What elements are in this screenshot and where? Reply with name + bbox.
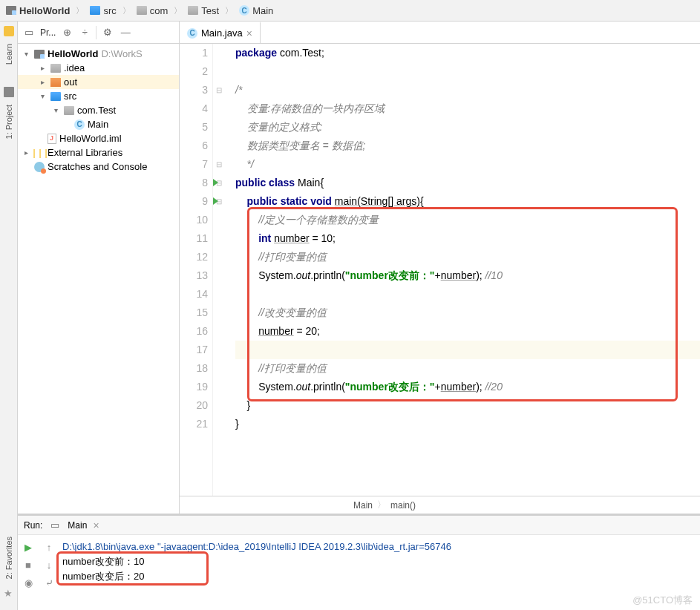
collapse-icon[interactable]: ÷ bbox=[78, 26, 91, 39]
chevron-right-icon: 〉 bbox=[377, 499, 386, 511]
breadcrumb-item-main[interactable]: C Main bbox=[238, 5, 275, 16]
chevron-right-icon[interactable]: ▸ bbox=[37, 78, 48, 86]
tree-item-src[interactable]: ▾ src bbox=[18, 89, 179, 103]
chevron-down-icon[interactable]: ▾ bbox=[37, 92, 48, 100]
tree-path: D:\WorkS bbox=[101, 48, 142, 59]
tree-item-libraries[interactable]: ▸ External Libraries bbox=[18, 145, 179, 160]
hide-icon[interactable]: — bbox=[119, 26, 132, 39]
iml-file-icon bbox=[48, 134, 56, 144]
gear-icon[interactable]: ⚙ bbox=[101, 26, 114, 39]
project-view-icon[interactable]: ▭ bbox=[22, 26, 36, 39]
editor-bc-class[interactable]: Main bbox=[353, 500, 373, 511]
up-icon[interactable]: ↑ bbox=[43, 541, 55, 553]
scratches-icon bbox=[34, 162, 45, 172]
package-icon bbox=[64, 106, 74, 115]
breadcrumb-label: com bbox=[150, 5, 169, 16]
toolbar: ▭ Pr... ⊕ ÷ ⚙ — C Main.java × bbox=[18, 22, 700, 44]
line-gutter[interactable]: 123 456 7 8 9 101112 131415 161718 19202… bbox=[180, 44, 213, 496]
wrap-icon[interactable]: ⤶ bbox=[43, 577, 55, 588]
breadcrumb-label: Main bbox=[252, 5, 273, 16]
project-tool-header: ▭ Pr... ⊕ ÷ ⚙ — bbox=[18, 22, 180, 43]
stop-icon[interactable]: ■ bbox=[22, 559, 34, 571]
project-tab[interactable]: 1: Project bbox=[4, 105, 13, 139]
tree-item-scratches[interactable]: Scratches and Console bbox=[18, 160, 179, 174]
run-gutter-icon[interactable] bbox=[213, 197, 218, 205]
run-config-name[interactable]: Main bbox=[68, 520, 87, 531]
run-panel: Run: ▭ Main × ▶ ■ ◉ ↑ ↓ ⤶ D:\jdk1.8\bin\… bbox=[18, 514, 700, 610]
tree-item-iml[interactable]: HelloWorld.iml bbox=[18, 131, 179, 145]
watermark: @51CTO博客 bbox=[632, 594, 693, 607]
close-icon[interactable]: × bbox=[93, 519, 99, 531]
libraries-icon bbox=[34, 148, 45, 158]
breadcrumb-label: HelloWorld bbox=[19, 5, 70, 16]
code-editor[interactable]: 123 456 7 8 9 101112 131415 161718 19202… bbox=[180, 44, 700, 496]
camera-icon[interactable]: ◉ bbox=[22, 577, 34, 588]
code-area[interactable]: package com.Test; /* 变量:存储数值的一块内存区域 变量的定… bbox=[225, 44, 700, 496]
tree-label: com.Test bbox=[77, 105, 116, 116]
breadcrumb-bar: HelloWorld 〉 src 〉 com 〉 Test 〉 C Main bbox=[0, 0, 700, 22]
close-icon[interactable]: × bbox=[246, 27, 252, 39]
chevron-down-icon[interactable]: ▾ bbox=[50, 106, 61, 114]
chevron-right-icon: 〉 bbox=[76, 5, 84, 16]
breadcrumb-label: Test bbox=[201, 5, 219, 16]
tree-label: out bbox=[64, 76, 77, 88]
tree-item-out[interactable]: ▸ out bbox=[18, 75, 179, 89]
tree-item-package[interactable]: ▾ com.Test bbox=[18, 103, 179, 117]
run-header: Run: ▭ Main × bbox=[18, 516, 700, 535]
tree-root[interactable]: ▾ HelloWorld D:\WorkS bbox=[18, 47, 179, 61]
run-output[interactable]: D:\jdk1.8\bin\java.exe "-javaagent:D:\id… bbox=[59, 535, 700, 610]
tree-label: HelloWorld.iml bbox=[59, 133, 122, 144]
tree-label: src bbox=[64, 91, 76, 102]
project-label[interactable]: Pr... bbox=[40, 27, 56, 38]
tree-item-idea[interactable]: ▸ .idea bbox=[18, 61, 179, 75]
tree-label: Scratches and Console bbox=[48, 161, 147, 172]
run-gutter-icon[interactable] bbox=[213, 179, 218, 186]
editor-bc-method[interactable]: main() bbox=[390, 500, 416, 511]
fold-column[interactable]: ⊟ ⊟⊟⊟ bbox=[213, 44, 225, 496]
main-area: ▭ Pr... ⊕ ÷ ⚙ — C Main.java × ▾ HelloWor… bbox=[18, 22, 700, 514]
editor-breadcrumb[interactable]: Main 〉 main() bbox=[180, 496, 700, 514]
project-tree[interactable]: ▾ HelloWorld D:\WorkS ▸ .idea ▸ out ▾ bbox=[18, 44, 180, 514]
project-strip-icon[interactable] bbox=[4, 87, 14, 97]
tree-label: HelloWorld bbox=[48, 48, 98, 59]
separator bbox=[96, 26, 97, 39]
output-line: number改变后：20 bbox=[62, 569, 697, 584]
chevron-down-icon[interactable]: ▾ bbox=[21, 50, 31, 58]
breadcrumb-item-helloworld[interactable]: HelloWorld bbox=[4, 5, 71, 16]
folder-icon bbox=[50, 64, 61, 73]
tree-item-main[interactable]: C Main bbox=[18, 117, 179, 131]
folder-icon bbox=[50, 78, 61, 87]
run-body: ▶ ■ ◉ ↑ ↓ ⤶ D:\jdk1.8\bin\java.exe "-jav… bbox=[18, 535, 700, 610]
breadcrumb-item-com[interactable]: com bbox=[135, 5, 170, 16]
target-icon[interactable]: ⊕ bbox=[60, 26, 73, 39]
breadcrumb-item-src[interactable]: src bbox=[88, 5, 117, 16]
learn-tab[interactable]: Learn bbox=[4, 44, 13, 65]
run-title: Run: bbox=[24, 520, 42, 531]
tree-label: Main bbox=[88, 119, 108, 130]
editor-wrap: 123 456 7 8 9 101112 131415 161718 19202… bbox=[180, 44, 700, 514]
tree-label: .idea bbox=[64, 62, 85, 73]
java-class-icon: C bbox=[74, 119, 85, 130]
chevron-right-icon[interactable]: ▸ bbox=[37, 64, 48, 72]
chevron-right-icon: 〉 bbox=[174, 5, 182, 16]
run-config-icon[interactable]: ▭ bbox=[48, 519, 62, 532]
learn-icon[interactable] bbox=[4, 26, 14, 36]
favorites-tab[interactable]: 2: Favorites bbox=[4, 537, 13, 579]
star-icon[interactable]: ★ bbox=[4, 588, 14, 598]
content-split: ▾ HelloWorld D:\WorkS ▸ .idea ▸ out ▾ bbox=[18, 44, 700, 514]
chevron-right-icon: 〉 bbox=[122, 5, 131, 16]
editor-tab-main[interactable]: C Main.java × bbox=[180, 22, 261, 43]
chevron-right-icon: 〉 bbox=[225, 5, 233, 16]
down-icon[interactable]: ↓ bbox=[43, 559, 55, 571]
folder-icon bbox=[188, 6, 198, 15]
breadcrumb-label: src bbox=[103, 5, 116, 16]
java-class-icon: C bbox=[239, 5, 249, 16]
folder-icon bbox=[50, 92, 61, 101]
output-command: D:\jdk1.8\bin\java.exe "-javaagent:D:\id… bbox=[62, 540, 697, 554]
breadcrumb-item-test[interactable]: Test bbox=[186, 5, 220, 16]
run-toolbar: ▶ ■ ◉ ↑ ↓ ⤶ bbox=[18, 535, 59, 610]
folder-icon bbox=[90, 6, 100, 15]
rerun-icon[interactable]: ▶ bbox=[22, 541, 34, 553]
tree-label: External Libraries bbox=[48, 147, 122, 158]
chevron-right-icon[interactable]: ▸ bbox=[21, 148, 31, 157]
